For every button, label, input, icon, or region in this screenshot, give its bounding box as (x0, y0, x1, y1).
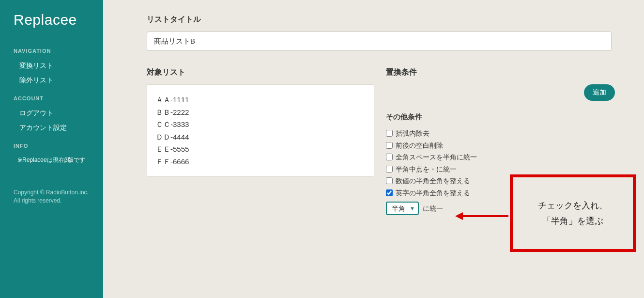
select-tail-label: に統一 (423, 204, 443, 212)
check-label: 半角中点を・に統一 (396, 163, 457, 175)
account-heading: ACCOUNT (14, 95, 90, 101)
list-title-input[interactable] (147, 31, 612, 51)
check-label: 英字の半角全角を整える (396, 187, 470, 199)
main: リストタイトル 対象リスト ＡＡ-1111 ＢＢ-2222 ＣＣ-3333 ＤＤ… (103, 0, 644, 298)
copyright: Copyright © RadioButton.inc. All rights … (14, 188, 90, 205)
check-trim-space[interactable]: 前後の空白削除 (386, 140, 615, 152)
annotation-line: チェックを入れ、 (538, 198, 608, 213)
check-label: 数値の半角全角を整える (396, 175, 470, 187)
list-item: ＥＥ-5555 (156, 143, 365, 156)
check-unify-nakaguro-box[interactable] (386, 166, 393, 173)
nav-heading: NAVIGATION (14, 48, 90, 54)
annotation-line: 「半角」を選ぶ (542, 213, 603, 229)
list-item: ＤＤ-4444 (156, 131, 365, 143)
replace-cond-label: 置換条件 (386, 67, 615, 78)
annotation-callout: チェックを入れ、 「半角」を選ぶ (510, 174, 636, 252)
target-list-textarea[interactable]: ＡＡ-1111 ＢＢ-2222 ＣＣ-3333 ＤＤ-4444 ＥＥ-5555 … (147, 84, 374, 177)
target-list-label: 対象リスト (147, 67, 374, 78)
check-trim-space-box[interactable] (386, 142, 393, 149)
info-heading: INFO (14, 143, 90, 149)
sidebar: Replacee NAVIGATION 変換リスト 除外リスト ACCOUNT … (0, 0, 103, 298)
other-cond-label: その他条件 (386, 112, 615, 122)
list-item: ＦＦ-6666 (156, 156, 365, 168)
check-label: 全角スペースを半角に統一 (396, 151, 477, 163)
check-normalize-digits-box[interactable] (386, 177, 393, 184)
list-item: ＢＢ-2222 (156, 106, 365, 119)
sidebar-item-convert-list[interactable]: 変換リスト (14, 59, 90, 73)
width-select[interactable]: 半角 (386, 202, 419, 215)
check-normalize-alpha-box[interactable] (386, 189, 393, 196)
sidebar-item-logout[interactable]: ログアウト (14, 106, 90, 121)
info-text: ※Replaceeは現在β版です (14, 154, 90, 164)
brand-logo: Replacee (14, 12, 90, 28)
check-unify-fullwidth-space[interactable]: 全角スペースを半角に統一 (386, 151, 615, 163)
check-label: 前後の空白削除 (396, 140, 443, 152)
svg-marker-1 (455, 212, 463, 220)
check-remove-brackets[interactable]: 括弧内除去 (386, 127, 615, 140)
add-button[interactable]: 追加 (584, 84, 615, 101)
list-item: ＣＣ-3333 (156, 118, 365, 131)
check-unify-nakaguro[interactable]: 半角中点を・に統一 (386, 163, 615, 175)
list-item: ＡＡ-1111 (156, 94, 365, 106)
list-title-label: リストタイトル (147, 15, 615, 25)
sidebar-item-exclude-list[interactable]: 除外リスト (14, 73, 90, 88)
check-unify-fullwidth-space-box[interactable] (386, 154, 393, 160)
annotation-arrow-icon (455, 210, 508, 222)
sidebar-item-account-settings[interactable]: アカウント設定 (14, 121, 90, 135)
brand-divider (14, 39, 90, 39)
check-label: 括弧内除去 (396, 127, 429, 140)
check-remove-brackets-box[interactable] (386, 130, 393, 137)
